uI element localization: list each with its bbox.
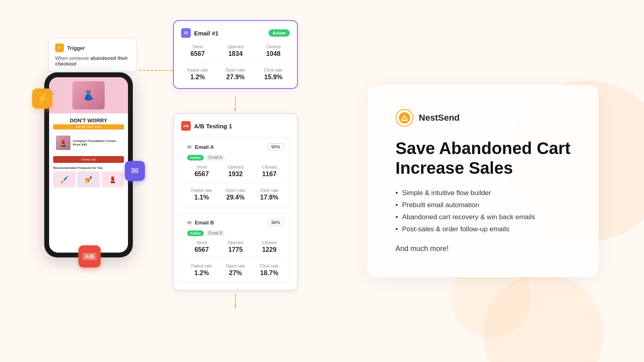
email-a-divider [187, 183, 284, 183]
email-a-percentage: 50% [268, 143, 284, 150]
email-b-left: ✉ Email B [187, 220, 214, 226]
email-1-openrate-label: Open rate [219, 68, 252, 72]
email-a-title: Email A [195, 144, 214, 150]
email-b-clicked-stat: Clicked 1229 [255, 240, 284, 253]
email-1-icon: ✉ [181, 28, 191, 38]
ab-testing-card: A/B A/B Testing 1 ✉ Email A 50% Active E… [173, 113, 298, 291]
email-1-failed-stat: Failed rate 1.2% [181, 68, 214, 81]
email-b-clickrate-stat: Click rate 18.7% [255, 263, 284, 277]
email-1-clickrate-stat: Click rate 15.9% [257, 68, 290, 81]
ab-bottom-arrow [173, 294, 298, 306]
email-a-stats-bottom: Failed rate 1.1% Open rate 29.4% Click r… [187, 188, 284, 201]
email-1-opened-value: 1834 [219, 50, 252, 58]
trigger-desc: When someone abandoned their checkout [55, 56, 130, 67]
phone-top-bar: 👗 [49, 77, 128, 113]
floating-ab-icon: A/B [78, 245, 101, 267]
email-a-icon: ✉ [187, 144, 192, 150]
feature-item-4: Post-sales & order follow-up emails [396, 225, 571, 233]
email-a-stats-top: Send 6567 Opened 1932 Clicked 1167 [187, 165, 284, 178]
rec-product-3: 💄 [101, 171, 124, 187]
email-a-failed-label: Failed rate [187, 188, 216, 193]
email-b-failed-value: 1.2% [187, 269, 216, 277]
email-b-stats-top: Send 6567 Opened 1775 Clicked 1229 [187, 240, 284, 253]
trigger-title: Trigger [67, 45, 85, 51]
rec-product-2: 💅 [77, 171, 100, 187]
phone-subtitle: WE'VE GOT YOU [53, 124, 124, 130]
floating-email-icon: ✉ [125, 161, 145, 181]
ab-card-icon: A/B [181, 121, 191, 131]
rec-product-1: 🖌️ [53, 171, 76, 187]
email-1-title: Email #1 [194, 30, 219, 37]
email-1-send-stat: Send 6567 [181, 44, 214, 58]
email-to-ab-arrow [173, 97, 298, 109]
main-heading: Save Abandoned Cart Increase Sales [396, 139, 571, 178]
product-image: 💄 [56, 136, 70, 150]
email-b-clickrate-label: Click rate [255, 263, 284, 268]
ab-bottom-dashed-line [235, 294, 236, 306]
brand-row: NestSend [396, 109, 571, 127]
email-a-sub-card: ✉ Email A 50% Active Email A Send 6567 O… [181, 137, 290, 207]
email-a-opened-stat: Opened 1932 [221, 165, 250, 178]
email-1-failed-label: Failed rate [181, 68, 214, 72]
email-a-active-badge: Active [187, 155, 204, 160]
email-1-stats-top: Send 6567 Opened 1834 Clicked 1048 [181, 44, 290, 58]
email-b-divider [187, 258, 284, 259]
email-b-label: Email B [206, 230, 225, 236]
value-prop-card: NestSend Save Abandoned Cart Increase Sa… [367, 85, 599, 277]
email-a-clickrate-label: Click rate [255, 188, 284, 193]
email-1-opened-stat: Opened 1834 [219, 44, 252, 58]
trigger-header: ⚡ Trigger [55, 43, 130, 52]
email-1-clicked-value: 1048 [257, 50, 290, 58]
email-b-header: ✉ Email B 50% [187, 219, 284, 226]
email-b-send-stat: Send 6567 [187, 240, 216, 253]
email-1-openrate-stat: Open rate 27.9% [219, 68, 252, 81]
product-info: Compact Foundation Cream Price $45 [73, 139, 121, 146]
email-a-failed-value: 1.1% [187, 194, 216, 201]
email-1-divider [181, 62, 290, 63]
dashed-line [235, 97, 236, 109]
email-b-opened-label: Opened [221, 240, 250, 245]
email-a-opened-label: Opened [221, 165, 250, 169]
email-b-active-badge: Active [187, 230, 204, 236]
email-1-clicked-label: Clicked [257, 44, 290, 49]
email-a-openrate-label: Open rate [221, 188, 250, 193]
email-a-send-value: 6567 [187, 171, 216, 178]
email-a-openrate-value: 29.4% [221, 194, 250, 201]
phone-products-row: 🖌️ 💅 💄 [53, 171, 124, 187]
brand-svg-icon [401, 114, 408, 121]
email-b-icon: ✉ [187, 220, 192, 226]
email-b-openrate-label: Open rate [221, 263, 250, 268]
email-b-opened-stat: Opened 1775 [221, 240, 250, 253]
email-1-clickrate-label: Click rate [257, 68, 290, 72]
email-a-left: ✉ Email A [187, 144, 214, 150]
email-b-failed-stat: Failed rate 1.2% [187, 263, 216, 277]
email-1-active-badge: Active [268, 29, 290, 37]
phone-recs-title: Recommended Products for You [53, 166, 124, 170]
email-a-send-stat: Send 6567 [187, 165, 216, 178]
phone-content: DON'T WORRY WE'VE GOT YOU 💄 Compact Foun… [49, 113, 128, 191]
email-b-send-value: 6567 [187, 246, 216, 253]
email-b-percentage: 50% [268, 219, 284, 226]
email-b-openrate-stat: Open rate 27% [221, 263, 250, 277]
email-1-card-header: ✉ Email #1 Active [181, 28, 290, 38]
email-a-clickrate-value: 17.8% [255, 194, 284, 201]
heading-line-1: Save Abandoned Cart [396, 139, 571, 158]
right-section: NestSend Save Abandoned Cart Increase Sa… [322, 0, 644, 362]
more-text: And much more! [396, 245, 571, 253]
phone-hero-image: 👗 [72, 81, 105, 109]
email-a-clickrate-stat: Click rate 17.8% [255, 188, 284, 201]
heading-line-2: Increase Sales [396, 158, 513, 177]
email-a-openrate-stat: Open rate 29.4% [221, 188, 250, 201]
checkout-button[interactable]: Check out [53, 156, 124, 163]
email-1-stats-bottom: Failed rate 1.2% Open rate 27.9% Click r… [181, 68, 290, 81]
email-b-openrate-value: 27% [221, 269, 250, 277]
trigger-icon: ⚡ [55, 43, 64, 52]
feature-item-1: Simple & intuitive flow builder [396, 189, 571, 197]
email-b-failed-label: Failed rate [187, 263, 216, 268]
features-list: Simple & intuitive flow builder Prebuilt… [396, 189, 571, 233]
email-a-opened-value: 1932 [221, 171, 250, 178]
email-1-opened-label: Opened [219, 44, 252, 49]
email-1-clickrate-value: 15.9% [257, 74, 290, 81]
email-1-card: ✉ Email #1 Active Send 6567 Opened 1834 … [173, 20, 298, 89]
email-b-badge-row: Active Email B [187, 230, 284, 236]
